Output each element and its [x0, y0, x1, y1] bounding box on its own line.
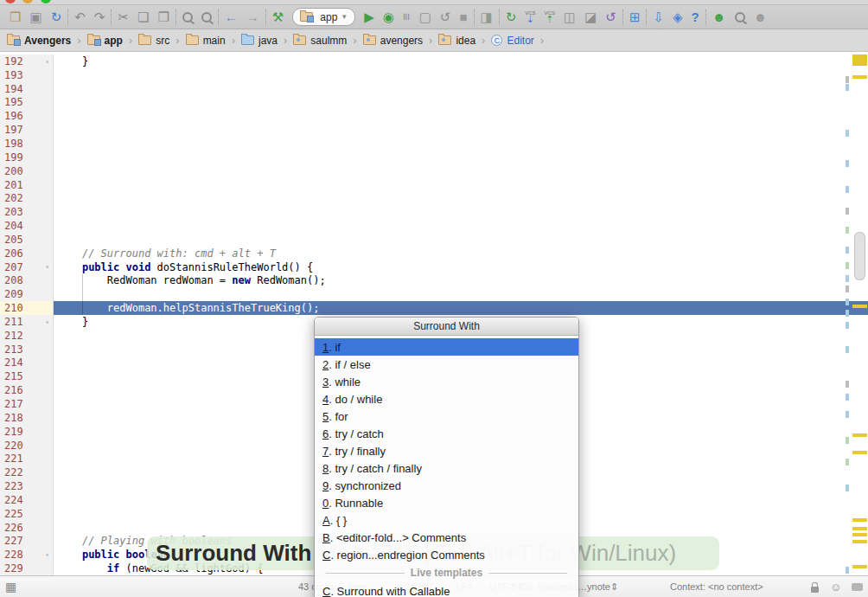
minimize-button[interactable] [22, 0, 33, 3]
stop-icon[interactable]: ■ [459, 10, 467, 23]
run-configuration-combo[interactable]: app▼ [292, 8, 355, 26]
code-line-203[interactable]: 203 [0, 205, 868, 219]
vcs-shelve-icon[interactable]: ◫ [564, 10, 576, 23]
popup-item--[interactable]: A. { } [315, 511, 578, 529]
navigate-forward-icon[interactable]: → [246, 10, 259, 23]
popup-item-try-catch-finally[interactable]: 8. try / catch / finally [315, 459, 578, 477]
breadcrumb-src[interactable]: src [137, 35, 171, 47]
code-line-198[interactable]: 198 [0, 137, 868, 151]
popup-item-synchronized[interactable]: 9. synchronized [315, 477, 578, 494]
code-line-201[interactable]: 201 [0, 178, 868, 192]
lock-icon[interactable] [811, 587, 819, 593]
popup-item-try-catch[interactable]: 6. try / catch [315, 425, 578, 442]
breadcrumb-app[interactable]: app [86, 35, 124, 47]
code-line-206[interactable]: 206 // Surround with: cmd + alt + T [0, 247, 868, 260]
fold-marker-icon[interactable]: ▾ [45, 263, 49, 271]
avd-manager-icon[interactable]: ◈ [673, 10, 683, 23]
breadcrumb-saulmm[interactable]: saulmm [291, 35, 348, 47]
error-stripe[interactable] [842, 52, 868, 575]
code-line-200[interactable]: 200 [0, 164, 868, 178]
avatar-icon[interactable]: ☻ [754, 10, 768, 23]
breadcrumb-avengers[interactable]: Avengers [5, 35, 73, 47]
breadcrumb-java[interactable]: java [239, 35, 279, 47]
popup-item-if-else[interactable]: 2. if / else [315, 356, 578, 373]
warning-stripe-mark[interactable] [852, 433, 867, 437]
help-icon[interactable]: ? [692, 10, 699, 23]
zoom-button[interactable] [41, 0, 51, 3]
popup-item-if[interactable]: 1. if [315, 338, 578, 356]
code-line-202[interactable]: 202 [0, 191, 868, 205]
breadcrumb-editor[interactable]: CEditor [489, 35, 535, 47]
make-project-icon[interactable]: ⚒ [272, 10, 284, 23]
warning-stripe-mark[interactable] [852, 451, 867, 454]
find-icon[interactable] [182, 12, 193, 22]
code-line-208[interactable]: 208 RedWoman redWoman = new RedWoman(); [0, 274, 868, 288]
cut-icon[interactable]: ✂ [118, 10, 129, 23]
navigate-back-icon[interactable]: ← [225, 10, 238, 23]
revert-icon[interactable]: ↺ [605, 10, 616, 23]
copy-icon[interactable]: ❏ [137, 10, 149, 23]
redo-icon[interactable]: ↷ [94, 10, 105, 23]
warning-stripe-mark[interactable] [852, 540, 867, 543]
warning-stripe-mark[interactable] [852, 533, 867, 536]
fold-marker-icon[interactable]: ▴ [45, 57, 49, 65]
vcs-commit-icon[interactable]: VCS⇡ [545, 10, 555, 24]
code-line-207[interactable]: 207▾ public void doStannisRuleTheWorld()… [0, 260, 868, 274]
warning-stripe-mark[interactable] [852, 305, 867, 308]
popup-item-do-while[interactable]: 4. do / while [315, 390, 578, 408]
profile-icon[interactable]: ≡ [400, 13, 413, 21]
warning-stripe-mark[interactable] [852, 75, 867, 79]
coverage-icon[interactable]: ▢ [419, 10, 431, 23]
code-line-195[interactable]: 195 [0, 96, 868, 110]
warning-stripe-mark[interactable] [852, 527, 867, 530]
search-everywhere-icon[interactable] [735, 12, 745, 22]
breadcrumb-main[interactable]: main [184, 35, 227, 47]
code-line-199[interactable]: 199 [0, 151, 868, 164]
hector-inspections-icon[interactable]: ☺ [830, 581, 841, 594]
close-button[interactable] [5, 0, 16, 3]
event-log-bubble-icon[interactable] [852, 583, 863, 591]
warning-stripe-mark[interactable] [852, 518, 867, 522]
context-selector[interactable]: Context: <no context> [670, 581, 763, 592]
code-line-193[interactable]: 193 [0, 68, 868, 82]
debug-icon[interactable]: ◉ [383, 10, 394, 23]
replace-icon[interactable] [201, 12, 212, 22]
breadcrumb-idea[interactable]: idea [437, 35, 477, 47]
popup-item--editor-fold-comments[interactable]: B. <editor-fold...> Comments [315, 529, 578, 546]
sdk-manager-icon[interactable]: ⇩ [653, 10, 664, 23]
open-project-icon[interactable]: ❒ [10, 10, 21, 23]
attach-debugger-icon[interactable]: ◨ [481, 10, 493, 23]
run-icon[interactable]: ▶ [364, 10, 374, 23]
warning-stripe-mark[interactable] [852, 565, 867, 568]
sync-gradle-icon[interactable]: ↻ [506, 10, 517, 23]
file-warning-indicator[interactable] [852, 55, 867, 66]
code-line-210[interactable]: 210 redWoman.helpStannisTheTrueKing(); [0, 301, 868, 315]
editor-scrollbar[interactable] [854, 232, 865, 280]
breadcrumb-avengers[interactable]: avengers [361, 35, 424, 47]
fold-marker-icon[interactable]: ▴ [45, 318, 49, 325]
synchronize-icon[interactable]: ↻ [51, 10, 62, 23]
code-line-196[interactable]: 196 [0, 109, 868, 123]
undo-icon[interactable]: ↶ [74, 10, 86, 23]
popup-item-region-endregion-comments[interactable]: C. region...endregion Comments [315, 546, 578, 563]
code-line-197[interactable]: 197 [0, 123, 868, 137]
code-line-192[interactable]: 192▴ } [0, 55, 868, 68]
code-line-194[interactable]: 194 [0, 82, 868, 96]
save-all-icon[interactable]: ▣ [29, 10, 41, 23]
fold-marker-icon[interactable]: ▾ [45, 551, 49, 559]
rerun-icon[interactable]: ↺ [440, 10, 451, 23]
popup-item-runnable[interactable]: 0. Runnable [315, 494, 578, 511]
vcs-update-icon[interactable]: VCS⇣ [525, 10, 535, 24]
device-monitor-icon[interactable]: ◪ [584, 10, 597, 23]
popup-item-while[interactable]: 3. while [315, 373, 578, 390]
toolwindow-toggle-icon[interactable]: ▦ [5, 580, 16, 594]
popup-item-for[interactable]: 5. for [315, 408, 578, 425]
popup-item-try-finally[interactable]: 7. try / finally [315, 442, 578, 459]
code-line-209[interactable]: 209 [0, 287, 868, 301]
share-icon[interactable]: ☻ [712, 10, 726, 23]
project-structure-icon[interactable]: ⊞ [629, 10, 641, 23]
code-line-205[interactable]: 205 [0, 233, 868, 247]
code-line-204[interactable]: 204 [0, 219, 868, 233]
popup-item-surround-with-callable[interactable]: C . Surround with Callable [315, 582, 578, 597]
paste-icon[interactable]: ❐ [157, 10, 169, 23]
